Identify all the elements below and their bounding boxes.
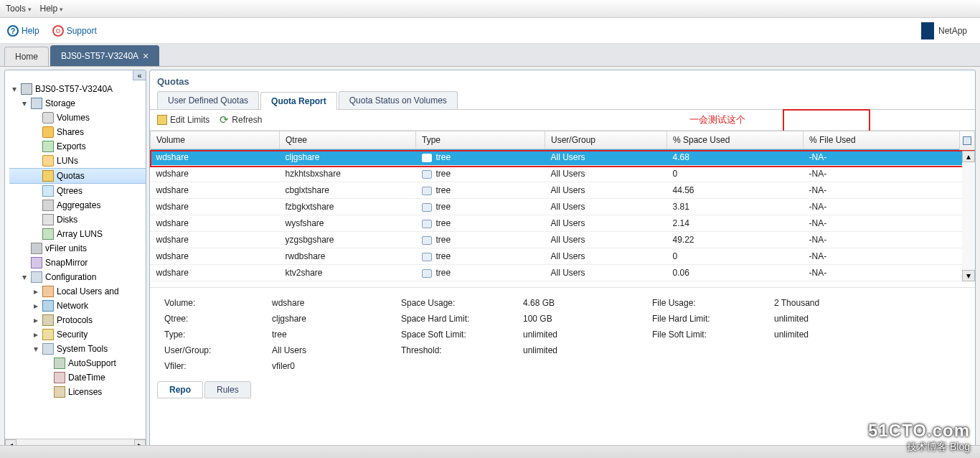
- menu-help[interactable]: Help: [40, 4, 63, 14]
- tab-home[interactable]: Home: [4, 47, 49, 66]
- support-label: Support: [67, 26, 97, 36]
- tree-network[interactable]: ▸Network: [9, 299, 146, 313]
- disk-icon: [42, 214, 54, 225]
- node-icon: [21, 83, 32, 95]
- tree-type-icon: [422, 203, 432, 212]
- table-row[interactable]: wdsharewysfsharetreeAll Users2.14-NA-: [151, 215, 975, 232]
- help-label: Help: [22, 26, 39, 36]
- grid-vscrollbar[interactable]: ▴ ▾: [962, 151, 975, 281]
- autosupport-icon: [54, 357, 65, 369]
- lbl-type: Type:: [164, 330, 272, 340]
- table-row[interactable]: wdsharecbglxtsharetreeAll Users44.56-NA-: [151, 182, 975, 199]
- tree-quotas[interactable]: Quotas: [9, 168, 146, 184]
- tab-user-defined-quotas[interactable]: User Defined Quotas: [157, 91, 259, 109]
- tree-snapmirror[interactable]: SnapMirror: [9, 256, 146, 270]
- lbl-volume: Volume:: [164, 298, 272, 308]
- val-usergroup: All Users: [272, 345, 401, 355]
- refresh-button[interactable]: ⟳ Refresh: [220, 113, 262, 126]
- lun-icon: [42, 155, 54, 167]
- column-chooser-button[interactable]: [959, 131, 975, 151]
- tree-node-root[interactable]: ▾BJS0-ST57-V3240A: [9, 82, 146, 96]
- users-icon: [42, 286, 54, 297]
- tab-quota-status[interactable]: Quota Status on Volumes: [339, 91, 458, 109]
- tab-report-bottom[interactable]: Repo: [157, 381, 203, 398]
- table-row[interactable]: wdsharektv2sharetreeAll Users0.06-NA-: [151, 265, 975, 281]
- tree-local-users[interactable]: ▸Local Users and: [9, 284, 146, 299]
- table-row[interactable]: wdshareyzgsbgsharetreeAll Users49.22-NA-: [151, 232, 975, 248]
- tree-storage[interactable]: ▾Storage: [9, 96, 146, 111]
- main-tabs: Home BJS0-ST57-V3240A ×: [0, 44, 980, 67]
- tree-datetime[interactable]: DateTime: [9, 370, 146, 385]
- tree-licenses[interactable]: Licenses: [9, 385, 146, 399]
- tree-autosupport[interactable]: AutoSupport: [9, 356, 146, 370]
- table-row[interactable]: wdsharefzbgkxtsharetreeAll Users3.81-NA-: [151, 199, 975, 215]
- val-file-soft: unlimited: [774, 330, 903, 340]
- edit-icon: [157, 115, 167, 125]
- lbl-file-soft: File Soft Limit:: [652, 330, 774, 340]
- col-file-used[interactable]: % File Used: [804, 131, 975, 149]
- table-row[interactable]: wdsharecljgsharetreeAll Users4.68-NA-: [151, 149, 975, 166]
- tree-vfiler[interactable]: vFiler units: [9, 241, 146, 256]
- volume-icon: [42, 112, 54, 123]
- grid-header-row: Volume Qtree Type User/Group % Space Use…: [151, 131, 975, 149]
- tree-security[interactable]: ▸Security: [9, 327, 146, 342]
- tab-node[interactable]: BJS0-ST57-V3240A ×: [50, 45, 159, 66]
- scroll-up-icon[interactable]: ▴: [962, 151, 975, 162]
- vfiler-icon: [31, 243, 42, 254]
- val-file-hard: unlimited: [774, 314, 903, 324]
- col-volume[interactable]: Volume: [151, 131, 280, 149]
- tree-type-icon: [422, 154, 432, 162]
- menu-tools[interactable]: Tools: [6, 4, 32, 14]
- col-qtree[interactable]: Qtree: [280, 131, 416, 149]
- aggregate-icon: [42, 200, 54, 211]
- lbl-space-soft: Space Soft Limit:: [401, 330, 523, 340]
- tree-qtrees[interactable]: Qtrees: [9, 184, 146, 198]
- collapse-sidebar-button[interactable]: «: [133, 70, 146, 80]
- scroll-down-icon[interactable]: ▾: [962, 270, 975, 281]
- tree-luns[interactable]: LUNs: [9, 154, 146, 168]
- tree-volumes[interactable]: Volumes: [9, 111, 146, 125]
- edit-limits-button[interactable]: Edit Limits: [157, 115, 209, 125]
- panel-title: Quotas: [150, 70, 975, 91]
- col-type[interactable]: Type: [416, 131, 545, 149]
- brand-text: NetApp: [938, 26, 967, 36]
- workspace: « ▾BJS0-ST57-V3240A ▾Storage Volumes Sha…: [0, 67, 980, 458]
- brand-logo-icon: [921, 22, 934, 39]
- tree-system-tools[interactable]: ▾System Tools: [9, 342, 146, 356]
- tree-disks[interactable]: Disks: [9, 212, 146, 227]
- nav-tree: ▾BJS0-ST57-V3240A ▾Storage Volumes Share…: [5, 70, 146, 439]
- tools-icon: [42, 343, 54, 355]
- lbl-vfiler: Vfiler:: [164, 361, 272, 371]
- support-button[interactable]: Support: [52, 25, 97, 37]
- config-icon: [31, 271, 42, 283]
- grid-wrap: Volume Qtree Type User/Group % Space Use…: [150, 131, 975, 281]
- exports-icon: [42, 141, 54, 152]
- tree-aggregates[interactable]: Aggregates: [9, 198, 146, 212]
- table-row[interactable]: wdsharerwdbsharetreeAll Users0-NA-: [151, 248, 975, 265]
- table-row[interactable]: wdsharehzkhtsbxsharetreeAll Users0-NA-: [151, 166, 975, 182]
- val-type: tree: [272, 330, 401, 340]
- licenses-icon: [54, 386, 65, 398]
- lbl-usergroup: User/Group:: [164, 345, 272, 355]
- tree-array-luns[interactable]: Array LUNS: [9, 227, 146, 241]
- tree-protocols[interactable]: ▸Protocols: [9, 313, 146, 327]
- col-usergroup[interactable]: User/Group: [545, 131, 667, 149]
- tab-rules-bottom[interactable]: Rules: [204, 381, 251, 398]
- details-panel: Volume: wdshare Space Usage: 4.68 GB Fil…: [150, 287, 975, 378]
- toolbar: ? Help Support NetApp: [0, 18, 980, 44]
- tree-shares[interactable]: Shares: [9, 125, 146, 139]
- help-button[interactable]: ? Help: [7, 25, 39, 37]
- tree-type-icon: [422, 253, 432, 261]
- tab-quota-report[interactable]: Quota Report: [260, 92, 337, 110]
- content-panel: Quotas User Defined Quotas Quota Report …: [149, 70, 976, 455]
- menubar: Tools Help: [0, 0, 980, 18]
- close-icon[interactable]: ×: [143, 50, 149, 62]
- tree-type-icon: [422, 269, 432, 278]
- col-space-used[interactable]: % Space Used: [667, 131, 804, 149]
- tree-type-icon: [422, 187, 432, 195]
- storage-icon: [31, 98, 42, 109]
- val-file-usage: 2 Thousand: [774, 298, 903, 308]
- tree-exports[interactable]: Exports: [9, 139, 146, 154]
- val-threshold: unlimited: [523, 345, 652, 355]
- tree-configuration[interactable]: ▾Configuration: [9, 270, 146, 284]
